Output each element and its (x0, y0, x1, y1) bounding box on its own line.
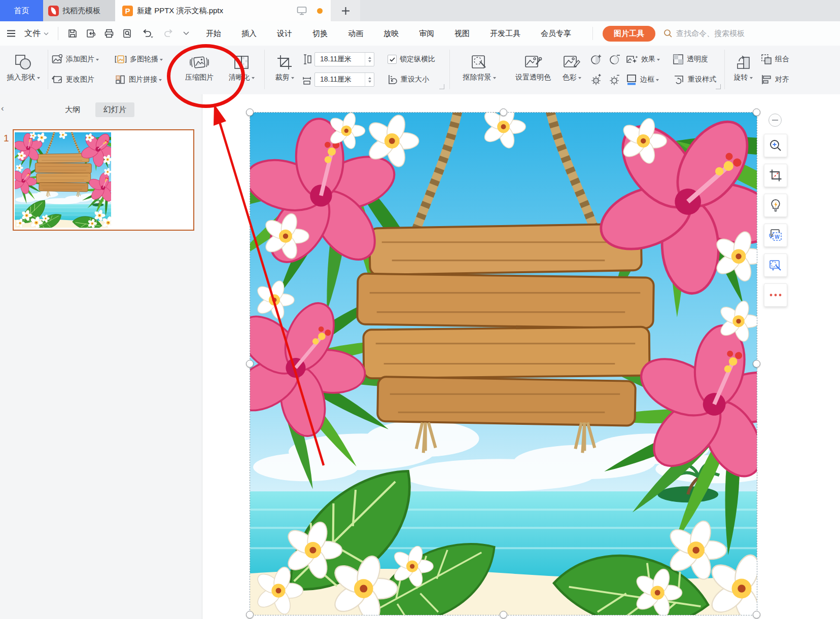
resize-handle-top-left[interactable] (246, 108, 254, 116)
group-button[interactable]: 组合 (761, 51, 798, 68)
align-button[interactable]: 对齐 (761, 71, 798, 88)
lock-aspect-label: 锁定纵横比 (400, 55, 435, 64)
menu-insert[interactable]: 插入 (231, 21, 267, 46)
clarify-button[interactable]: 清晰化 (221, 46, 262, 94)
height-spinner[interactable] (365, 53, 374, 66)
tab-docer-templates[interactable]: 找稻壳模板 (43, 0, 115, 21)
menu-design[interactable]: 设计 (267, 21, 302, 46)
menu-animation[interactable]: 动画 (338, 21, 373, 46)
menu-devtools[interactable]: 开发工具 (480, 21, 531, 46)
crop-button[interactable]: 裁剪 (268, 46, 301, 94)
menu-transition[interactable]: 切换 (302, 21, 338, 46)
set-transparent-color-label: 设置透明色 (515, 73, 551, 82)
compress-picture-button[interactable]: 压缩图片 (179, 46, 220, 94)
slide-thumbnail-1[interactable] (13, 129, 194, 231)
command-search[interactable]: 查找命令、搜索模板 (663, 21, 745, 46)
change-picture-icon (52, 75, 63, 85)
width-value-field[interactable] (315, 75, 365, 84)
floating-tool-rail: W (764, 114, 792, 313)
multi-carousel-label: 多图轮播 (130, 55, 158, 64)
resize-handle-bottom-right[interactable] (753, 611, 760, 618)
redo-icon (162, 28, 173, 39)
effects-button[interactable]: 效果 (626, 51, 672, 68)
rotate-button[interactable]: 旋转 (727, 46, 759, 94)
new-tab-button[interactable] (331, 0, 360, 21)
selected-picture[interactable] (250, 113, 757, 615)
file-menu-button[interactable]: 文件 (22, 28, 51, 39)
redo-button[interactable] (161, 26, 175, 41)
more-tools-button[interactable] (764, 283, 787, 307)
group-corner-mark (439, 84, 444, 89)
window-tab-bar: 首页 找稻壳模板 P 新建 PPTX 演示文稿.pptx (0, 0, 840, 21)
transparency-button[interactable]: 透明度 (673, 51, 723, 68)
contrast-increase-button[interactable] (590, 53, 602, 65)
remove-background-button[interactable]: 抠除背景 (454, 46, 504, 94)
crop-tool-button[interactable] (764, 164, 787, 187)
set-transparent-color-button[interactable]: 设置透明色 (505, 46, 561, 94)
height-input[interactable] (314, 52, 374, 66)
picture-stitch-icon (115, 75, 126, 85)
tab-slides[interactable]: 幻灯片 (95, 102, 134, 117)
menu-member[interactable]: 会员专享 (531, 21, 581, 46)
print-preview-icon (122, 28, 132, 39)
rail-collapse-button[interactable] (768, 114, 782, 127)
ribbon-collapse-button[interactable] (179, 26, 193, 41)
lock-aspect-checkbox[interactable] (388, 55, 397, 64)
resize-handle-bottom-center[interactable] (500, 611, 507, 618)
export-button[interactable] (84, 26, 98, 41)
zoom-tool-button[interactable] (764, 134, 787, 157)
resize-handle-mid-left[interactable] (246, 360, 254, 368)
width-input[interactable] (314, 72, 374, 87)
unsaved-status-dot (317, 8, 323, 14)
contrast-minus-icon (608, 53, 620, 65)
transparency-label: 透明度 (687, 55, 708, 64)
undo-icon (142, 28, 153, 39)
menu-review[interactable]: 审阅 (409, 21, 444, 46)
menu-view[interactable]: 视图 (444, 21, 480, 46)
brightness-increase-button[interactable] (590, 74, 602, 86)
color-button[interactable]: 色彩 (555, 46, 588, 94)
width-icon (302, 74, 311, 85)
multi-carousel-button[interactable]: 多图轮播 (115, 51, 174, 68)
panel-collapse-button[interactable]: ‹ (1, 103, 4, 114)
align-label: 对齐 (775, 75, 789, 84)
width-spinner[interactable] (365, 73, 374, 86)
border-button[interactable]: 边框 (626, 71, 672, 88)
present-monitor-icon[interactable] (297, 6, 307, 15)
lock-aspect-ratio-option[interactable]: 锁定纵横比 (388, 51, 448, 68)
effects-label: 效果 (641, 55, 655, 64)
insert-shape-button[interactable]: 插入形状 (1, 46, 46, 94)
global-menu-button[interactable] (4, 26, 18, 41)
resize-handle-top-right[interactable] (753, 108, 760, 116)
change-picture-button[interactable]: 更改图片 (52, 71, 112, 88)
resize-handle-mid-right[interactable] (753, 360, 760, 368)
save-button[interactable] (65, 26, 80, 41)
tab-home[interactable]: 首页 (0, 0, 43, 21)
hamburger-icon (7, 30, 16, 37)
printer-icon (104, 28, 114, 39)
resize-handle-top-center[interactable] (500, 108, 507, 116)
tab-document[interactable]: P 新建 PPTX 演示文稿.pptx (115, 0, 331, 21)
height-icon (302, 54, 311, 65)
add-picture-button[interactable]: 添加图片 (52, 51, 112, 68)
menu-bar: 文件 (0, 21, 840, 46)
slide-number: 1 (4, 133, 9, 144)
menu-picture-tools[interactable]: 图片工具 (603, 26, 655, 42)
print-preview-button[interactable] (120, 26, 134, 41)
brightness-decrease-button[interactable] (608, 74, 620, 86)
crop-icon (276, 52, 293, 73)
export-icon (86, 28, 96, 39)
picture-to-text-button[interactable]: W (764, 224, 787, 247)
contrast-decrease-button[interactable] (608, 53, 620, 65)
tab-outline[interactable]: 大纲 (57, 102, 88, 117)
print-button[interactable] (102, 26, 116, 41)
resize-handle-bottom-left[interactable] (246, 611, 254, 618)
lightbulb-bolt-icon (769, 199, 782, 212)
menu-slideshow[interactable]: 放映 (373, 21, 409, 46)
smart-optimize-button[interactable] (764, 194, 787, 217)
smart-select-button[interactable] (764, 253, 787, 277)
picture-stitch-button[interactable]: 图片拼接 (115, 71, 174, 88)
height-value-field[interactable] (315, 55, 365, 64)
undo-button[interactable] (138, 26, 157, 41)
menu-start[interactable]: 开始 (196, 21, 231, 46)
